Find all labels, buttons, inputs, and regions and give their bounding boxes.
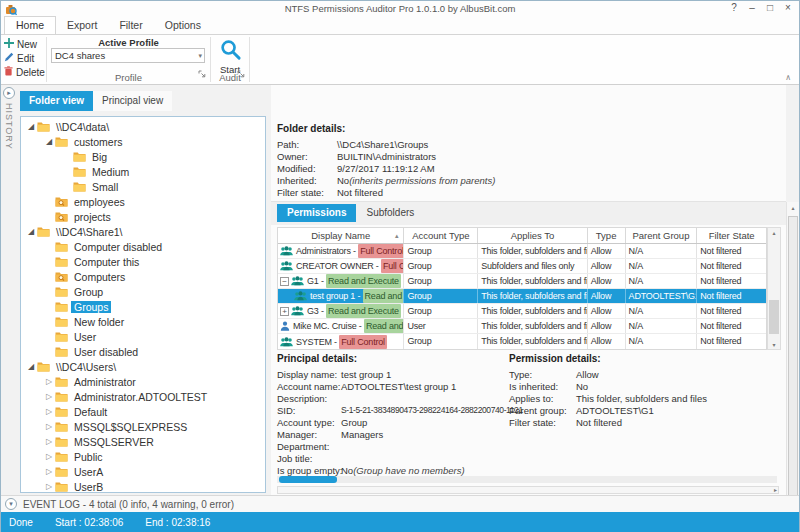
detail-value: Not filtered	[337, 187, 383, 198]
tree-item[interactable]: ▷ UserB	[21, 479, 265, 493]
collapse-ribbon-icon[interactable]: ∧	[785, 73, 791, 82]
tree-item[interactable]: employees	[21, 194, 265, 209]
table-row[interactable]: Mike MC. Cruise - Read and Execute User …	[278, 319, 766, 334]
scrollbar-thumb[interactable]	[279, 476, 337, 483]
tree-expander-icon[interactable]: ▷	[43, 377, 55, 386]
display-name-cell[interactable]: Mike MC. Cruise - Read and Execute	[278, 319, 404, 333]
detail-row: Path: \\DC4\Share1\Groups	[277, 138, 495, 150]
scroll-up-icon[interactable]: ▴	[787, 204, 799, 211]
column-header[interactable]: Display Name ▴	[278, 228, 404, 243]
tree-expander-icon[interactable]: ▷	[43, 422, 55, 431]
column-header[interactable]: Account Type	[404, 228, 478, 243]
tree-item[interactable]: User	[21, 329, 265, 344]
tree-item[interactable]: Computer this	[21, 254, 265, 269]
new-profile-button[interactable]: New	[1, 37, 45, 51]
detail-value: Managers	[341, 429, 383, 440]
event-log-collapse-button[interactable]: ▾	[5, 498, 17, 510]
tree-item[interactable]: Medium	[21, 164, 265, 179]
column-header[interactable]: Type	[588, 228, 626, 243]
tree-expander-icon[interactable]: ◢	[25, 227, 37, 236]
table-row[interactable]: − G1 - Read and Execute Group This folde…	[278, 274, 766, 289]
table-row[interactable]: Administrators - Full Control Group This…	[278, 244, 766, 259]
tree-item[interactable]: Big	[21, 149, 265, 164]
tree-item[interactable]: ▷ MSSQLSERVER	[21, 434, 265, 449]
table-row[interactable]: CREATOR OWNER - Full Control Group Subfo…	[278, 259, 766, 274]
display-name-cell[interactable]: + G3 - Read and Execute	[278, 304, 404, 318]
tab-export[interactable]: Export	[56, 17, 108, 34]
table-vertical-scrollbar[interactable]: ▴ ▾	[767, 227, 781, 350]
tree-item[interactable]: ▷ Administrator.ADTOOLTEST	[21, 389, 265, 404]
tree-item[interactable]: ▷ Public	[21, 449, 265, 464]
tree-item[interactable]: ▷ Administrator	[21, 374, 265, 389]
tree-item[interactable]: projects	[21, 209, 265, 224]
tree-expander-icon[interactable]: ◢	[25, 122, 37, 131]
edit-profile-button[interactable]: Edit	[1, 51, 45, 65]
tree-expander-icon[interactable]: ▷	[43, 437, 55, 446]
history-expand-button[interactable]: ▸	[3, 87, 15, 99]
panel-horizontal-scrollbar[interactable]: ▸	[277, 486, 779, 494]
tab-permissions[interactable]: Permissions	[277, 204, 356, 222]
detail-row: Inherited: No (inherits permissions from…	[277, 174, 495, 186]
tree-item[interactable]: ▷ UserA	[21, 464, 265, 479]
tab-folder-view[interactable]: Folder view	[20, 91, 93, 111]
row-expander-icon[interactable]: −	[280, 277, 289, 286]
tree-item[interactable]: ◢ customers	[21, 134, 265, 149]
scroll-down-icon[interactable]: ▾	[768, 341, 780, 348]
scroll-up-icon[interactable]: ▴	[768, 229, 780, 236]
tab-principal-view[interactable]: Principal view	[93, 91, 172, 111]
column-header[interactable]: Parent Group	[626, 228, 698, 243]
tree-item[interactable]: Computers	[21, 269, 265, 284]
tree-item[interactable]: Group	[21, 284, 265, 299]
tree-item[interactable]: ▷ Default	[21, 404, 265, 419]
tree-item[interactable]: New folder	[21, 314, 265, 329]
tree-expander-icon[interactable]: ▷	[43, 467, 55, 476]
details-horizontal-scrollbar[interactable]	[277, 476, 777, 483]
display-name-cell[interactable]: − G1 - Read and Execute	[278, 274, 404, 288]
account-icon	[280, 261, 293, 271]
column-header[interactable]: Filter State	[697, 228, 766, 243]
row-expander-icon[interactable]: +	[280, 307, 289, 316]
scrollbar-thumb[interactable]	[769, 300, 779, 334]
tree-item[interactable]: ◢ \\DC4\Users\	[21, 359, 265, 374]
tree-expander-icon[interactable]: ▷	[43, 392, 55, 401]
tree-item[interactable]: User disabled	[21, 344, 265, 359]
active-profile-combobox[interactable]: DC4 shares ▾	[51, 48, 205, 63]
display-name-cell[interactable]: Administrators - Full Control	[278, 244, 404, 258]
principal-details-rows: Display name: test group 1 Account name:…	[277, 368, 523, 476]
tree-item[interactable]: ▷ MSSQL$SQLEXPRESS	[21, 419, 265, 434]
tree-item[interactable]: Small	[21, 179, 265, 194]
column-header[interactable]: Applies To	[478, 228, 588, 243]
tree-expander-icon[interactable]: ▷	[43, 482, 55, 491]
delete-profile-button[interactable]: Delete	[1, 65, 45, 79]
panel-vertical-scrollbar[interactable]: ▴ ▾	[786, 202, 799, 532]
table-row[interactable]: test group 1 - Read and Execute Group Th…	[278, 289, 766, 304]
tree-item[interactable]: Computer disabled	[21, 239, 265, 254]
tree-expander-icon[interactable]: ▷	[43, 452, 55, 461]
tab-subfolders[interactable]: Subfolders	[356, 204, 424, 222]
profile-dialog-launcher-icon[interactable]	[198, 64, 206, 82]
table-row[interactable]: SYSTEM - Full Control Group This folder,…	[278, 334, 766, 349]
tree-expander-icon[interactable]: ◢	[25, 362, 37, 371]
minimize-button[interactable]: –	[743, 1, 761, 15]
detail-value: test group 1	[341, 369, 391, 380]
tree-item[interactable]: Groups	[21, 299, 265, 314]
tab-filter[interactable]: Filter	[108, 17, 153, 34]
folder-icon	[55, 211, 71, 222]
tab-options[interactable]: Options	[154, 17, 212, 34]
folder-icon	[55, 346, 71, 357]
close-button[interactable]: ×	[779, 1, 797, 15]
table-row[interactable]: + G3 - Read and Execute Group This folde…	[278, 304, 766, 319]
scroll-right-icon[interactable]: ▸	[774, 487, 777, 493]
tab-home[interactable]: Home	[4, 16, 56, 34]
tree-expander-icon[interactable]: ◢	[43, 137, 55, 146]
audit-dialog-launcher-icon[interactable]	[237, 64, 245, 82]
scrollbar-thumb[interactable]	[788, 216, 798, 532]
maximize-button[interactable]: □	[761, 1, 779, 15]
tree-expander-icon[interactable]: ▷	[43, 407, 55, 416]
display-name-cell[interactable]: SYSTEM - Full Control	[278, 334, 404, 349]
tree-item[interactable]: ◢ \\DC4\Share1\	[21, 224, 265, 239]
display-name-cell[interactable]: CREATOR OWNER - Full Control	[278, 259, 404, 273]
help-button[interactable]: ?	[725, 1, 743, 15]
display-name-cell[interactable]: test group 1 - Read and Execute	[278, 289, 404, 303]
tree-item[interactable]: ◢ \\DC4\data\	[21, 119, 265, 134]
